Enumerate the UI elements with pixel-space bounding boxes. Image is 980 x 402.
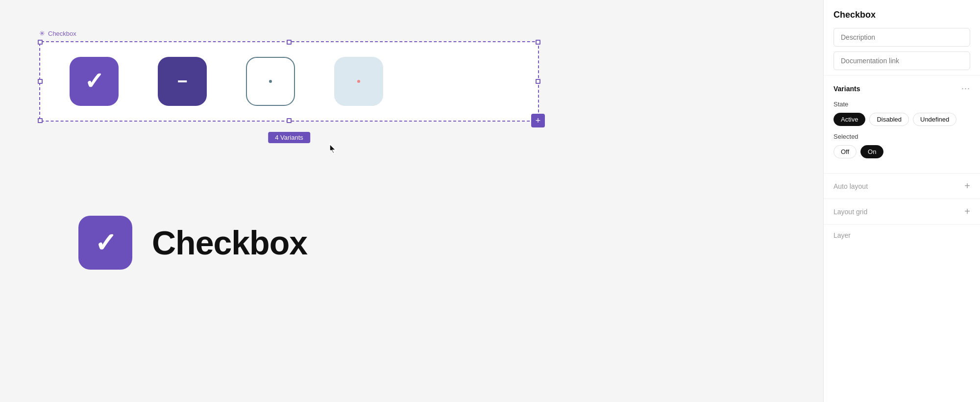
handle-tr[interactable] [536,40,540,45]
minus-icon: − [177,73,187,90]
selected-pills: Off On [833,145,970,158]
handle-tl[interactable] [38,40,43,45]
handle-mr[interactable] [536,79,540,84]
doc-link-input[interactable] [833,51,970,70]
variants-section: Variants ··· State Active Disabled Undef… [824,75,980,173]
variants-section-header: Variants ··· [833,83,970,94]
auto-layout-row: Auto layout + [824,173,980,199]
state-pill-active[interactable]: Active [833,113,865,126]
cursor [329,143,339,155]
handle-bl[interactable] [38,118,43,123]
component-icon: ✳ [39,29,45,37]
selected-pill-on[interactable]: On [860,145,883,158]
canvas-area: ✳ Checkbox ✓ − [0,0,823,402]
component-label: ✳ Checkbox [39,29,539,37]
handle-bm[interactable] [287,118,292,123]
state-label: State [833,100,970,108]
layer-label: Layer [833,231,851,239]
layout-grid-label: Layout grid [833,208,867,216]
state-pill-disabled[interactable]: Disabled [869,113,909,126]
dot-teal [269,80,272,83]
variants-title: Variants [833,85,860,93]
add-variant-button[interactable]: + [531,114,545,127]
dot-pink [357,80,360,83]
large-checkmark-icon: ✓ [95,227,117,258]
layout-grid-row: Layout grid + [824,199,980,224]
state-pills: Active Disabled Undefined [833,113,970,126]
selected-pill-off[interactable]: Off [833,145,857,158]
component-name-label: Checkbox [48,30,76,37]
large-component-label: Checkbox [152,224,307,262]
auto-layout-add-button[interactable]: + [964,180,970,192]
description-input[interactable] [833,28,970,47]
selection-frame: ✓ − + 4 Variants [39,41,539,122]
handle-ml[interactable] [38,79,43,84]
layout-grid-add-button[interactable]: + [964,206,970,217]
checkmark-icon: ✓ [84,70,104,93]
checkbox-variant-disabled-on[interactable] [246,57,295,106]
checkbox-variant-active-off[interactable]: − [158,57,207,106]
auto-layout-label: Auto layout [833,182,868,190]
large-preview: ✓ Checkbox [78,216,307,270]
panel-title: Checkbox [824,0,980,20]
state-pill-undefined[interactable]: Undefined [913,113,956,126]
checkbox-variant-disabled-off[interactable] [334,57,383,106]
checkbox-variant-active-on[interactable]: ✓ [70,57,119,106]
variants-badge: 4 Variants [268,132,310,143]
canvas-content: ✳ Checkbox ✓ − [39,29,539,122]
right-panel: Checkbox Variants ··· State Active Disab… [823,0,980,402]
large-checkbox-preview: ✓ [78,216,132,270]
layer-row: Layer [824,224,980,246]
variants-menu-button[interactable]: ··· [961,83,970,94]
handle-tm[interactable] [287,40,292,45]
selected-label: Selected [833,133,970,140]
